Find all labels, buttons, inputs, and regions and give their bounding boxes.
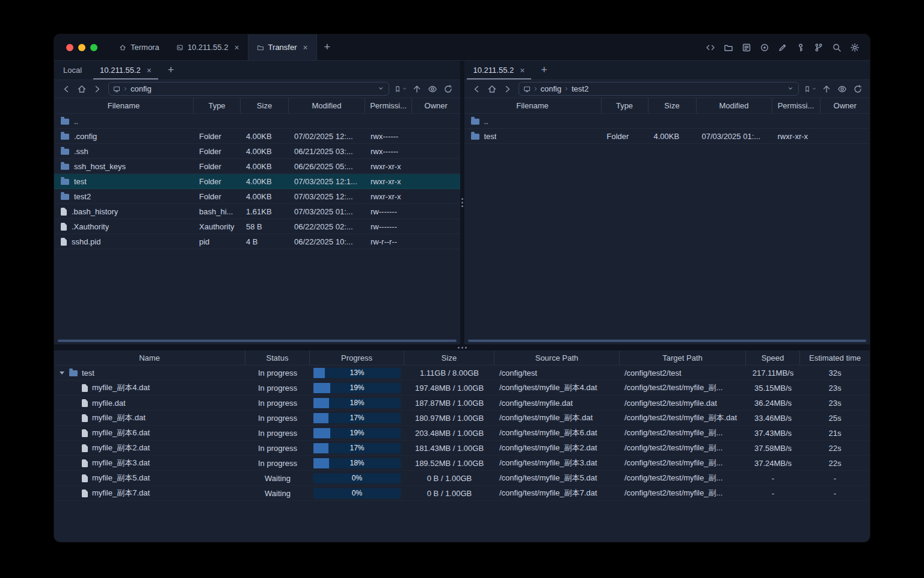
path-breadcrumb[interactable]: config (108, 82, 389, 96)
path-segment[interactable]: config (541, 84, 562, 93)
column-header-estimated-time[interactable]: Estimated time (800, 350, 870, 365)
upload-button[interactable] (819, 82, 834, 96)
column-header-type[interactable]: Type (194, 98, 241, 113)
upload-button[interactable] (410, 82, 424, 96)
column-header-speed[interactable]: Speed (746, 350, 800, 365)
column-header-name[interactable]: Name (54, 350, 245, 365)
bookmark-button[interactable] (393, 85, 408, 93)
collapse-chevron-icon[interactable] (60, 371, 64, 374)
tab-close-icon[interactable]: × (303, 43, 308, 52)
transfer-row[interactable]: myfile.dat In progress 18% 187.87MB / 1.… (54, 396, 870, 411)
transfer-row[interactable]: myfile_副本2.dat In progress 17% 181.43MB … (54, 441, 870, 456)
record-icon[interactable] (759, 42, 770, 53)
bookmark-button[interactable] (802, 85, 818, 93)
transfers-list[interactable]: test In progress 13% 1.11GB / 8.00GB /co… (54, 365, 870, 542)
branch-icon[interactable] (813, 42, 824, 53)
column-header-type[interactable]: Type (602, 98, 648, 113)
column-header-owner[interactable]: Owner (412, 98, 460, 113)
column-header-owner[interactable]: Owner (821, 98, 870, 113)
new-pane-tab-button[interactable]: + (161, 61, 181, 79)
close-window-button[interactable] (66, 44, 73, 51)
tab-close-icon[interactable]: × (520, 66, 525, 75)
left-file-list[interactable]: .. .config Folder 4.00KB 07/02/2025 12:.… (54, 114, 460, 337)
column-header-permissions[interactable]: Permissi... (772, 98, 821, 113)
settings-icon[interactable] (849, 42, 860, 53)
home-icon (119, 44, 126, 51)
transfer-row[interactable]: myfile_副本3.dat In progress 18% 189.52MB … (54, 456, 870, 471)
file-row[interactable]: .. (54, 114, 460, 129)
pane-splitter-vertical[interactable] (460, 61, 464, 344)
tab-close-icon[interactable]: × (147, 66, 152, 75)
scrollbar-thumb[interactable] (58, 340, 457, 342)
horizontal-scrollbar[interactable] (54, 337, 460, 344)
file-row[interactable]: .bash_history bash_hi... 1.61KB 07/03/20… (54, 204, 460, 219)
minimize-window-button[interactable] (78, 44, 85, 51)
column-header-filename[interactable]: Filename (54, 98, 194, 113)
back-button[interactable] (59, 82, 73, 96)
transfer-row[interactable]: myfile_副本.dat In progress 17% 180.97MB /… (54, 411, 870, 426)
tab-host[interactable]: 10.211.55.2 × (168, 34, 248, 60)
back-button[interactable] (469, 82, 484, 96)
column-header-size[interactable]: Size (241, 98, 289, 113)
column-header-progress[interactable]: Progress (310, 350, 404, 365)
transfer-row[interactable]: myfile_副本4.dat In progress 19% 197.48MB … (54, 381, 870, 396)
horizontal-scrollbar[interactable] (464, 337, 870, 344)
column-header-target-path[interactable]: Target Path (620, 350, 746, 365)
forward-button[interactable] (500, 82, 515, 96)
file-row[interactable]: test2 Folder 4.00KB 07/03/2025 12:... rw… (54, 189, 460, 204)
column-header-modified[interactable]: Modified (289, 98, 365, 113)
file-row[interactable]: .Xauthority Xauthority 58 B 06/22/2025 0… (54, 219, 460, 234)
transfer-row[interactable]: myfile_副本7.dat Waiting 0% 0 B / 1.00GB /… (54, 486, 870, 501)
computer-icon (113, 85, 120, 93)
show-hidden-button[interactable] (835, 82, 849, 96)
column-header-permissions[interactable]: Permissi... (365, 98, 412, 113)
column-header-source-path[interactable]: Source Path (494, 350, 620, 365)
edit-icon[interactable] (777, 42, 788, 53)
file-row[interactable]: .. (464, 114, 870, 129)
transfer-row[interactable]: myfile_副本6.dat In progress 19% 203.48MB … (54, 426, 870, 441)
column-header-filename[interactable]: Filename (464, 98, 602, 113)
forward-button[interactable] (90, 82, 105, 96)
tab-termora[interactable]: Termora (111, 34, 168, 60)
column-header-size[interactable]: Size (648, 98, 697, 113)
tab-label: Transfer (268, 43, 297, 52)
tab-remote-host[interactable]: 10.211.55.2 × (464, 61, 534, 79)
column-header-size[interactable]: Size (404, 350, 494, 365)
path-breadcrumb[interactable]: config test2 (519, 82, 799, 96)
key-icon[interactable] (795, 42, 806, 53)
home-button[interactable] (75, 82, 89, 96)
path-segment[interactable]: test2 (571, 84, 588, 93)
path-segment[interactable]: config (131, 84, 152, 93)
file-row[interactable]: .ssh Folder 4.00KB 06/21/2025 03:... rwx… (54, 144, 460, 159)
search-icon[interactable] (831, 42, 842, 53)
file-row[interactable]: sshd.pid pid 4 B 06/22/2025 10:... rw-r-… (54, 234, 460, 249)
file-row[interactable]: test Folder 4.00KB 07/03/2025 01:... rwx… (464, 129, 870, 144)
scrollbar-thumb[interactable] (468, 340, 867, 342)
column-header-modified[interactable]: Modified (697, 98, 772, 113)
column-header-status[interactable]: Status (245, 350, 310, 365)
tab-local[interactable]: Local (54, 61, 91, 79)
right-file-list[interactable]: .. test Folder 4.00KB 07/03/2025 01:... … (464, 114, 870, 337)
file-row[interactable]: .config Folder 4.00KB 07/02/2025 12:... … (54, 129, 460, 144)
pane-splitter-horizontal[interactable] (54, 344, 870, 350)
folder-icon[interactable] (723, 42, 734, 53)
path-dropdown-button[interactable] (377, 84, 384, 95)
computer-icon (523, 85, 531, 93)
file-row-selected[interactable]: test Folder 4.00KB 07/03/2025 12:1... rw… (54, 174, 460, 189)
refresh-button[interactable] (851, 82, 865, 96)
path-dropdown-button[interactable] (787, 84, 794, 95)
new-pane-tab-button[interactable]: + (534, 61, 554, 79)
new-tab-button[interactable]: + (317, 34, 337, 60)
tab-remote-host[interactable]: 10.211.55.2 × (91, 61, 161, 79)
log-icon[interactable] (741, 42, 752, 53)
home-button[interactable] (485, 82, 499, 96)
code-icon[interactable] (705, 42, 716, 53)
refresh-button[interactable] (441, 82, 455, 96)
file-row[interactable]: ssh_host_keys Folder 4.00KB 06/26/2025 0… (54, 159, 460, 174)
zoom-window-button[interactable] (90, 44, 97, 51)
transfer-row[interactable]: test In progress 13% 1.11GB / 8.00GB /co… (54, 365, 870, 381)
transfer-row[interactable]: myfile_副本5.dat Waiting 0% 0 B / 1.00GB /… (54, 471, 870, 486)
tab-close-icon[interactable]: × (234, 43, 239, 52)
show-hidden-button[interactable] (425, 82, 440, 96)
tab-transfer[interactable]: Transfer × (248, 34, 317, 60)
